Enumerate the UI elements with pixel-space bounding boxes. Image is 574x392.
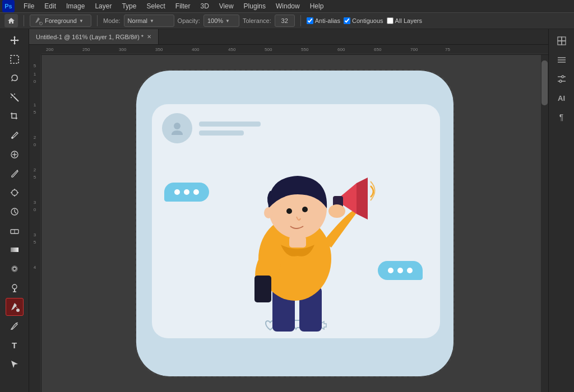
tool-brush[interactable] (6, 165, 24, 183)
svg-text:2: 2 (34, 167, 36, 172)
svg-text:1: 1 (34, 72, 36, 77)
rpanel-paragraph-icon[interactable]: ¶ (553, 109, 570, 125)
profile-lines (199, 122, 261, 136)
svg-line-26 (16, 323, 18, 323)
menu-plugins[interactable]: Plugins (239, 1, 270, 11)
svg-rect-2 (11, 55, 18, 63)
rpanel-arrange-icon[interactable] (553, 32, 570, 49)
tool-eraser[interactable] (6, 222, 24, 240)
paint-bucket-icon (34, 16, 43, 25)
paragraph-icon: ¶ (559, 113, 564, 122)
tool-move[interactable] (6, 31, 24, 49)
bubble-dot-3 (193, 189, 199, 195)
svg-text:75: 75 (445, 47, 450, 52)
tool-gradient[interactable] (6, 241, 24, 259)
all-layers-checkbox[interactable]: All Layers (387, 17, 422, 24)
opacity-dropdown[interactable]: 100% ▼ (203, 15, 239, 27)
svg-rect-70 (562, 41, 566, 45)
svg-point-79 (559, 80, 562, 82)
tool-history[interactable] (6, 203, 24, 221)
svg-text:200: 200 (46, 47, 54, 52)
lasso-icon (10, 73, 20, 83)
tool-blur[interactable] (6, 260, 24, 278)
tool-crop[interactable] (6, 108, 24, 125)
tool-wand[interactable] (6, 88, 24, 106)
blur-icon (10, 264, 20, 274)
tool-healing[interactable] (6, 146, 24, 164)
scrollbar-vertical[interactable] (541, 55, 548, 392)
properties-icon (557, 74, 567, 84)
svg-text:700: 700 (410, 47, 418, 52)
illustration-container (135, 69, 455, 377)
menu-filter[interactable]: Filter (171, 1, 195, 11)
svg-point-22 (12, 284, 17, 289)
tool-marquee[interactable] (6, 50, 24, 68)
menu-file[interactable]: File (19, 1, 39, 11)
bubble-dot-2 (184, 189, 189, 195)
svg-text:5: 5 (34, 175, 36, 180)
layers-icon (557, 55, 567, 65)
character-illustration (205, 136, 385, 343)
paint-bucket-tool-icon (9, 301, 20, 312)
canvas-content[interactable] (41, 55, 548, 392)
tool-eyedropper[interactable] (6, 127, 24, 144)
tool-clone[interactable] (6, 184, 24, 202)
svg-text:400: 400 (192, 47, 200, 52)
tool-path-select[interactable] (6, 355, 24, 373)
tool-type[interactable]: T (6, 336, 24, 354)
foreground-arrow-icon: ▼ (79, 18, 84, 24)
svg-point-61 (286, 208, 292, 214)
menu-window[interactable]: Window (271, 1, 304, 11)
rpanel-properties-icon[interactable] (553, 71, 570, 87)
tool-paint-bucket[interactable] (6, 298, 24, 316)
tolerance-label: Tolerance: (243, 17, 271, 24)
tool-dodge[interactable] (6, 279, 24, 297)
svg-point-76 (562, 76, 564, 78)
contiguous-check[interactable] (344, 17, 350, 24)
all-layers-label: All Layers (395, 17, 422, 24)
mode-dropdown[interactable]: Normal ▼ (124, 15, 174, 27)
ps-logo: Ps (2, 0, 15, 12)
arrange-icon (557, 36, 567, 46)
svg-text:4: 4 (34, 265, 36, 270)
antialias-check[interactable] (307, 17, 313, 24)
scrollbar-thumb[interactable] (541, 60, 548, 105)
tab-close-icon[interactable]: ✕ (147, 34, 151, 40)
opacity-arrow-icon: ▼ (225, 18, 230, 24)
tool-pen[interactable] (6, 317, 24, 335)
svg-line-3 (14, 97, 18, 101)
crop-icon (10, 111, 20, 122)
home-button[interactable] (4, 14, 18, 27)
tolerance-input[interactable] (275, 15, 295, 27)
menu-type[interactable]: Type (117, 1, 141, 11)
svg-point-55 (174, 123, 180, 129)
path-select-icon (10, 359, 20, 369)
canvas-tab[interactable]: Untitled-1 @ 161% (Layer 1, RGB/8#) * ✕ (29, 29, 159, 44)
horizontal-ruler: 200 250 300 350 400 450 500 550 600 650 … (41, 45, 548, 55)
antialias-checkbox[interactable]: Anti-alias (307, 17, 340, 24)
rpanel-ai-icon[interactable]: AI (553, 90, 570, 106)
menu-edit[interactable]: Edit (40, 1, 61, 11)
rpanel-layers-icon[interactable] (553, 52, 570, 68)
menu-layer[interactable]: Layer (90, 1, 116, 11)
menu-help[interactable]: Help (305, 1, 328, 11)
svg-text:0: 0 (34, 79, 36, 84)
canvas-wrapper: 200 250 300 350 400 450 500 550 600 650 … (29, 45, 548, 392)
menubar: Ps File Edit Image Layer Type Select Fil… (0, 0, 574, 12)
profile-avatar (162, 113, 192, 143)
menu-view[interactable]: View (215, 1, 238, 11)
svg-rect-68 (562, 37, 566, 41)
svg-point-5 (11, 97, 12, 98)
all-layers-check[interactable] (387, 17, 394, 24)
menu-select[interactable]: Select (142, 1, 169, 11)
svg-text:500: 500 (265, 47, 272, 52)
svg-text:650: 650 (374, 47, 382, 52)
foreground-dropdown[interactable]: Foreground ▼ (30, 15, 91, 27)
bubble-dot-6 (407, 268, 413, 273)
contiguous-checkbox[interactable]: Contiguous (344, 17, 383, 24)
svg-point-25 (16, 309, 20, 312)
menu-3d[interactable]: 3D (196, 1, 213, 11)
bubble-dot-5 (397, 268, 403, 273)
menu-image[interactable]: Image (62, 1, 89, 11)
tool-lasso[interactable] (6, 69, 24, 87)
